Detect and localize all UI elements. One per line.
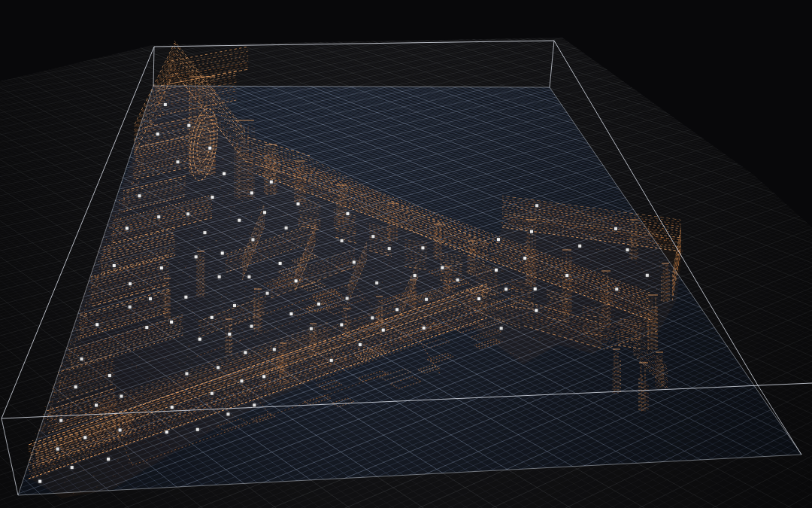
point-cloud-3d-viewport[interactable] [0,0,812,508]
viewer-root [0,0,812,508]
